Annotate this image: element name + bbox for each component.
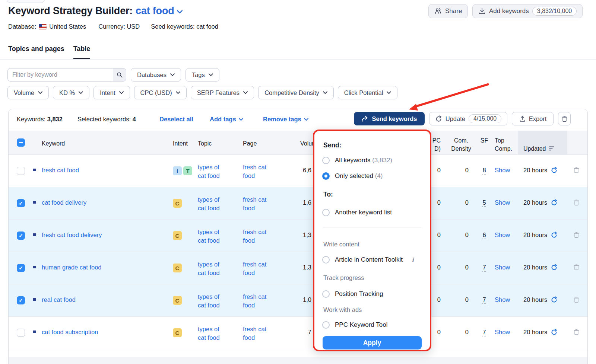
refresh-row-icon[interactable] [551, 199, 558, 206]
filter-chip-label: Click Potential [344, 89, 383, 96]
option-position-tracking[interactable]: Position Tracking [322, 290, 383, 298]
row-checkbox[interactable] [17, 264, 25, 272]
filter-chip-kd[interactable]: KD % [53, 86, 89, 99]
topic-link[interactable]: types of cat food [198, 293, 229, 310]
col-keyword[interactable]: Keyword [42, 140, 65, 148]
row-checkbox[interactable] [17, 199, 25, 207]
refresh-row-icon[interactable] [551, 296, 558, 303]
competitive-density-value: 0 [454, 296, 469, 303]
search-button[interactable] [113, 68, 126, 82]
refresh-row-icon[interactable] [551, 167, 558, 174]
updated-value: 20 hours [523, 329, 547, 336]
top-competitors-show-link[interactable]: Show [495, 296, 510, 303]
remove-tags-dropdown[interactable]: Remove tags [263, 116, 308, 123]
page-link[interactable]: fresh cat food [243, 195, 274, 213]
delete-row-icon[interactable] [573, 264, 580, 271]
col-page[interactable]: Page [243, 140, 257, 148]
row-checkbox[interactable] [17, 296, 25, 304]
top-competitors-show-link[interactable]: Show [495, 199, 510, 206]
page-link[interactable]: fresh cat food [243, 325, 274, 342]
deselect-all-link[interactable]: Deselect all [159, 116, 193, 123]
serp-features-count[interactable]: 7 [477, 329, 491, 336]
filter-chip-click-potential[interactable]: Click Potential [338, 86, 398, 99]
top-competitors-show-link[interactable]: Show [495, 167, 510, 174]
topic-link[interactable]: types of cat food [198, 228, 229, 245]
filter-chip-cpc-usd[interactable]: CPC (USD) [134, 86, 187, 99]
top-competitors-show-link[interactable]: Show [495, 329, 510, 336]
page-link[interactable]: fresh cat food [243, 163, 274, 180]
filter-chip-serp-features[interactable]: SERP Features [191, 86, 254, 99]
export-button[interactable]: Export [512, 112, 554, 125]
radio-selected-icon[interactable] [322, 172, 330, 180]
radio-icon[interactable] [322, 256, 330, 264]
topic-link[interactable]: types of cat food [198, 163, 229, 180]
share-button[interactable]: Share [428, 4, 468, 18]
top-competitors-show-link[interactable]: Show [495, 232, 510, 239]
topic-link[interactable]: types of cat food [198, 260, 229, 277]
col-intent[interactable]: Intent [173, 140, 188, 148]
radio-icon[interactable] [322, 321, 330, 329]
radio-icon[interactable] [322, 157, 330, 164]
top-competitors-show-link[interactable]: Show [495, 264, 510, 271]
col-com-density[interactable]: Com.Density [448, 137, 474, 153]
delete-list-button[interactable] [558, 112, 571, 125]
page-link[interactable]: fresh cat food [243, 293, 274, 310]
radio-icon[interactable] [322, 209, 330, 216]
filter-chip-volume[interactable]: Volume [7, 86, 49, 99]
refresh-row-icon[interactable] [551, 329, 558, 336]
add-keywords-button[interactable]: Add keywords 3,832/10,000 [472, 4, 583, 18]
keyword-link[interactable]: fresh cat food [42, 167, 79, 174]
option-article-content-toolkit[interactable]: Article in Content Toolkit i [322, 256, 414, 264]
col-sf[interactable]: SF [477, 137, 491, 145]
keyword-link[interactable]: cat food delivery [42, 199, 86, 206]
radio-icon[interactable] [322, 290, 330, 298]
row-checkbox[interactable] [17, 167, 25, 175]
chevron-down-icon[interactable] [177, 10, 183, 14]
delete-row-icon[interactable] [573, 231, 580, 239]
option-ppc-keyword-tool-label: PPC Keyword Tool [335, 321, 387, 329]
keyword-filter-input[interactable] [7, 68, 113, 82]
delete-row-icon[interactable] [573, 296, 580, 303]
select-all-checkbox[interactable] [17, 138, 25, 147]
col-top-comp[interactable]: TopComp. [495, 137, 512, 153]
row-checkbox[interactable] [17, 329, 25, 337]
keyword-link[interactable]: fresh cat food delivery [42, 232, 102, 239]
project-name[interactable]: cat food [136, 5, 174, 17]
tab-topics-and-pages[interactable]: Topics and pages [8, 45, 64, 59]
option-ppc-keyword-tool[interactable]: PPC Keyword Tool [322, 321, 387, 329]
row-checkbox[interactable] [17, 232, 25, 240]
page-link[interactable]: fresh cat food [243, 228, 274, 245]
add-tags-dropdown[interactable]: Add tags [210, 116, 243, 123]
filter-chip-competitive-density[interactable]: Competitive Density [258, 86, 334, 99]
refresh-row-icon[interactable] [551, 264, 558, 271]
tags-filter-dropdown[interactable]: Tags [186, 68, 219, 82]
apply-button[interactable]: Apply [323, 336, 422, 349]
section-work-with-ads: Work with ads [323, 306, 362, 313]
serp-features-count[interactable]: 7 [477, 296, 491, 303]
keyword-link[interactable]: human grade cat food [42, 264, 102, 271]
serp-features-count[interactable]: 5 [477, 199, 491, 206]
delete-row-icon[interactable] [573, 328, 580, 336]
topic-link[interactable]: types of cat food [198, 195, 229, 213]
info-icon[interactable]: i [412, 256, 414, 264]
option-only-selected[interactable]: Only selected (4) [322, 172, 383, 180]
col-topic[interactable]: Topic [198, 140, 212, 148]
page-link[interactable]: fresh cat food [243, 260, 274, 277]
serp-features-count[interactable]: 6 [477, 232, 491, 239]
send-keywords-button[interactable]: Send keywords [354, 112, 425, 125]
serp-features-count[interactable]: 8 [477, 167, 491, 174]
option-all-keywords[interactable]: All keywords (3,832) [322, 157, 392, 164]
col-updated[interactable]: Updated [523, 137, 555, 153]
keyword-link[interactable]: cat food subscription [42, 329, 98, 336]
option-another-keyword-list[interactable]: Another keyword list [322, 209, 392, 216]
filter-chip-intent[interactable]: Intent [93, 86, 130, 99]
delete-row-icon[interactable] [573, 166, 580, 174]
keyword-link[interactable]: real cat food [42, 296, 76, 303]
databases-filter-dropdown[interactable]: Databases [131, 68, 181, 82]
topic-link[interactable]: types of cat food [198, 325, 229, 342]
serp-features-count[interactable]: 7 [477, 264, 491, 271]
refresh-row-icon[interactable] [551, 232, 558, 239]
update-button[interactable]: Update 4/15,000 [429, 112, 507, 125]
delete-row-icon[interactable] [573, 199, 580, 206]
tab-table[interactable]: Table [73, 45, 91, 59]
